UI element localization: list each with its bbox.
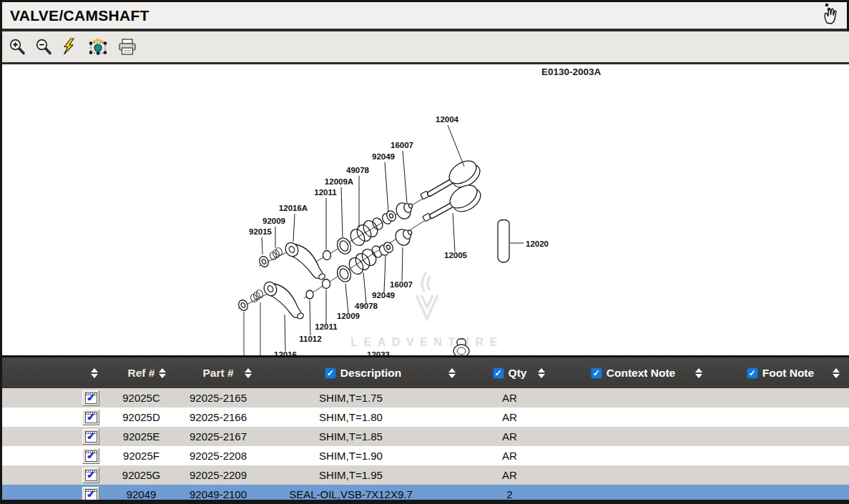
part-number-label: 12011 [315,322,338,331]
ref-cell: 92025D [107,407,175,427]
column-label: Foot Note [762,367,814,380]
part-number-label: 11012 [299,335,321,343]
column-label: Qty [509,367,527,380]
table-row[interactable]: ✓92025F92025-2208SHIM,T=1.90AR [0,446,849,465]
add-to-list-button[interactable]: ✓ [82,468,99,483]
part-number-label: 49078 [346,166,370,174]
context-note-cell [554,446,712,465]
ref-cell: 92025G [107,465,175,485]
column-header-qty[interactable]: ✓Qty [465,357,554,388]
notepad-check-icon: ✓ [85,412,97,423]
part-number-label: 12016 [274,350,297,355]
diagram-art: LEADVENTURE [0,64,849,355]
sort-arrows-icon[interactable] [159,368,166,378]
print-icon[interactable] [116,36,139,58]
sort-arrows-icon[interactable] [448,368,456,378]
parts-catalog-window: VALVE/CAMSHAFT [0,0,849,504]
column-header-foot-note[interactable]: ✓Foot Note [712,357,849,388]
column-visibility-checkbox[interactable]: ✓ [747,367,758,379]
notepad-check-icon: ✓ [85,450,97,462]
zoom-in-icon[interactable] [7,36,27,58]
part-label-leader [453,213,455,252]
sort-arrows-icon[interactable] [91,368,98,378]
sort-arrows-icon[interactable] [538,368,545,378]
column-visibility-checkbox[interactable]: ✓ [325,367,336,379]
part-number-label: 12009A [325,177,353,186]
part-number-label: 12033 [367,350,390,355]
part-label-leader [402,247,403,281]
table-row[interactable]: ✓92025D92025-2166SHIM,T=1.80AR [0,407,849,427]
column-label: Part # [202,367,233,380]
qty-cell: AR [465,427,554,446]
description-cell: SHIM,T=1.85 [261,427,465,446]
diagram-code-label: E0130-2003A [541,66,601,77]
column-header-part[interactable]: Part # [175,357,261,388]
page-title: VALVE/CAMSHAFT [10,7,149,24]
sort-arrows-icon[interactable] [695,368,702,378]
part-number-label: 92009 [262,217,285,225]
column-header-context-note[interactable]: ✓Context Note [554,357,712,388]
sort-arrows-icon[interactable] [245,368,252,378]
part-number-label: 92049 [372,152,395,161]
notepad-check-icon: ✓ [85,392,97,404]
part-label-leader [345,284,348,313]
column-header-ref[interactable]: Ref # [107,357,175,388]
part-label-leader [384,256,386,292]
foot-note-cell [712,407,849,427]
window-border-top [0,0,849,2]
table-row[interactable]: ✓92025E92025-2167SHIM,T=1.85AR [0,427,849,446]
column-header-description[interactable]: ✓Description [261,357,465,388]
context-note-cell [554,427,712,446]
window-border-left [0,0,2,504]
foot-note-cell [712,446,849,465]
foot-note-cell [712,465,849,485]
part-label-leader [293,214,295,242]
part-number-label: 92049 [372,291,395,300]
ref-cell: 92025C [107,388,175,407]
add-to-list-button[interactable]: ✓ [82,410,99,425]
window-border-bottom [0,500,849,504]
part-cell: 92025-2167 [175,427,261,446]
part-label-leader [403,151,407,203]
column-visibility-checkbox[interactable]: ✓ [493,367,504,379]
add-to-list-button[interactable]: ✓ [82,448,99,464]
context-note-cell [554,388,712,407]
table-body: ✓92025C92025-2165SHIM,T=1.75AR✓92025D920… [0,388,849,504]
lightning-icon[interactable] [60,36,80,58]
add-to-list-button[interactable]: ✓ [82,390,99,406]
description-cell: SHIM,T=1.80 [261,407,465,427]
table-header: Ref #Part #✓Description✓Qty✓Context Note… [0,355,849,388]
pan-select-icon[interactable] [87,36,109,58]
part-cell: 92025-2208 [175,446,261,465]
part-label-leader [448,125,464,167]
part-label-leader [385,162,388,212]
table-row[interactable]: ✓92025C92025-2165SHIM,T=1.75AR [0,388,849,407]
row-icon-cell: ✓ [0,427,107,446]
ref-cell: 92025E [107,427,175,446]
qty-cell: AR [465,388,554,407]
row-icon-cell: ✓ [0,407,107,427]
part-number-label: 12020 [526,239,549,248]
notepad-check-icon: ✓ [85,489,97,500]
sort-arrows-icon[interactable] [833,368,840,378]
part-number-label: 49078 [355,302,378,310]
column-visibility-checkbox[interactable]: ✓ [591,367,602,379]
row-icon-cell: ✓ [0,446,107,465]
table-row[interactable]: ✓92025G92025-2209SHIM,T=1.95AR [0,465,849,485]
column-header-icon[interactable] [0,357,107,388]
context-note-cell [554,465,712,485]
title-bar: VALVE/CAMSHAFT [0,2,849,31]
add-to-list-button[interactable]: ✓ [82,429,99,445]
part-number-label: 12005 [444,251,468,260]
toolbar [0,31,849,64]
zoom-out-icon[interactable] [34,36,54,58]
part-number-label: 92015 [249,227,273,236]
qty-cell: AR [465,465,554,485]
notepad-check-icon: ✓ [85,470,97,481]
hand-tool-icon[interactable] [820,2,840,28]
part-label-leader [285,315,285,351]
description-cell: SHIM,T=1.95 [261,465,465,485]
part-label-leader [363,272,366,303]
column-label: Context Note [607,367,675,380]
part-number-label: 12009 [337,312,360,320]
